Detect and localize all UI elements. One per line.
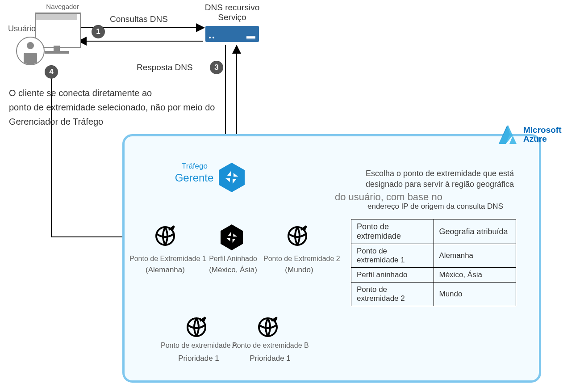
nested-profile-label-line1: Perfil Aninhado bbox=[202, 255, 264, 263]
endpoint-1-label-line2: (Alemanha) bbox=[129, 266, 201, 274]
azure-brand-line1: Microsoft bbox=[523, 126, 562, 135]
monitor-base-icon bbox=[45, 51, 69, 54]
azure-logo-icon bbox=[496, 123, 519, 146]
table-cell: Alemanha bbox=[434, 244, 516, 268]
endpoint-b-label-line2: Prioridade 1 bbox=[232, 354, 308, 363]
azure-logo: Microsoft Azure bbox=[496, 123, 562, 146]
endpoint-2-label-line2: (Mundo) bbox=[263, 266, 335, 274]
endpoint-a-label-line1: Ponto de extremidade A bbox=[161, 342, 237, 350]
endpoint-1-label-line1: Ponto de Extremidade 1 bbox=[129, 255, 201, 263]
table-row: Perfil aninhado México, Ásia bbox=[351, 268, 516, 283]
endpoint-b-globe-icon bbox=[257, 316, 279, 338]
choose-desc-line1: Escolha o ponto de extremidade que está bbox=[357, 169, 522, 178]
azure-brand-line2: Azure bbox=[523, 135, 562, 143]
table-cell: Perfil aninhado bbox=[351, 268, 434, 283]
endpoint-a-label-line2: Prioridade 1 bbox=[161, 354, 237, 363]
endpoint-b-label-line1: Ponto de extremidade B bbox=[232, 342, 308, 350]
dns-title-line2: Serviço bbox=[196, 13, 268, 22]
choose-desc-line3: do usuário, com base no bbox=[335, 191, 442, 203]
step-3-badge: 3 bbox=[210, 61, 223, 74]
traffic-label-2: Gerente bbox=[170, 172, 219, 184]
step-4-badge: 4 bbox=[45, 65, 58, 79]
dns-queries-label: Consultas DNS bbox=[110, 14, 168, 24]
browser-label: Navegador bbox=[36, 3, 89, 10]
endpoint-2-globe-icon bbox=[287, 225, 308, 247]
client-desc-line2: ponto de extremidade selecionado, não po… bbox=[9, 100, 215, 114]
step-1-badge: 1 bbox=[92, 25, 105, 38]
table-row: Ponto de extremidade 2 Mundo bbox=[351, 283, 516, 306]
user-avatar-icon bbox=[16, 37, 45, 65]
table-header-endpoint: Ponto de extremidade bbox=[351, 219, 434, 244]
dns-server-icon bbox=[205, 26, 259, 42]
choose-desc-line2: designado para servir à região geográfic… bbox=[357, 180, 522, 189]
dns-title-line1: DNS recursivo bbox=[196, 3, 268, 13]
endpoint-2-label-line1: Ponto de Extremidade 2 bbox=[263, 255, 335, 263]
table-row: Ponto de extremidade 1 Alemanha bbox=[351, 244, 516, 268]
table-cell: Ponto de extremidade 2 bbox=[351, 283, 434, 306]
choose-desc-line4: endereço IP de origem da consulta DNS bbox=[353, 202, 518, 211]
monitor-stand-icon bbox=[54, 46, 60, 51]
client-desc-line3: Gerenciador de Tráfego bbox=[9, 114, 215, 129]
table-header-geography: Geografia atribuída bbox=[434, 219, 516, 244]
endpoint-a-globe-icon bbox=[186, 316, 207, 338]
browser-tabbar-icon bbox=[36, 14, 77, 20]
dns-response-label: Resposta DNS bbox=[137, 63, 193, 72]
endpoint-1-globe-icon bbox=[154, 225, 176, 247]
table-cell: México, Ásia bbox=[434, 268, 516, 283]
user-label: Usuário bbox=[8, 24, 36, 34]
client-desc-line1: O cliente se conecta diretamente ao bbox=[9, 86, 215, 100]
nested-profile-label-line2: (México, Ásia) bbox=[202, 266, 264, 274]
client-direct-description: O cliente se conecta diretamente ao pont… bbox=[9, 86, 215, 129]
table-cell: Ponto de extremidade 1 bbox=[351, 244, 434, 268]
geography-mapping-table: Ponto de extremidade Geografia atribuída… bbox=[351, 219, 516, 306]
table-cell: Mundo bbox=[434, 283, 516, 306]
traffic-label-1: Tráfego bbox=[177, 162, 213, 171]
